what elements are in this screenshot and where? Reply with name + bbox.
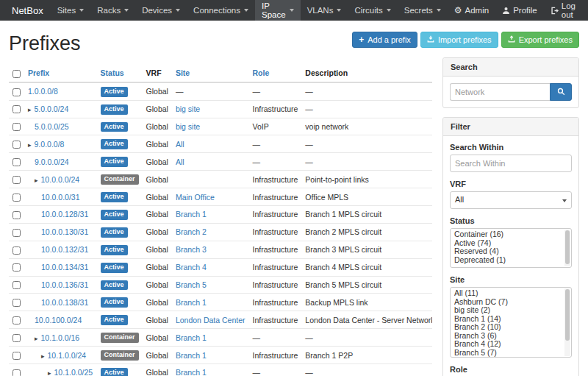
filter-option[interactable]: Branch 3 (6)	[454, 332, 562, 341]
expand-caret-icon[interactable]: ▸	[35, 177, 38, 184]
expand-caret-icon[interactable]: ▸	[28, 141, 32, 149]
site-link[interactable]: Branch 1	[176, 368, 207, 376]
profile-link[interactable]: Profile	[495, 0, 544, 21]
role-cell: —	[249, 82, 302, 100]
site-link[interactable]: Branch 2	[176, 227, 207, 236]
site-link[interactable]: London Data Center	[176, 316, 245, 324]
site-link[interactable]: Branch 1	[176, 333, 207, 342]
expand-caret-icon[interactable]: ▸	[35, 335, 38, 342]
expand-caret-icon[interactable]: ▸	[41, 352, 45, 360]
expand-caret-icon[interactable]: ▸	[28, 106, 32, 113]
prefix-link[interactable]: 10.0.0.136/31	[41, 280, 88, 289]
prefix-link[interactable]: 10.0.0.134/31	[41, 263, 88, 272]
site-link[interactable]: Branch 1	[176, 210, 207, 219]
filter-option[interactable]: Deprecated (1)	[454, 256, 562, 265]
prefix-link[interactable]: 9.0.0.0/24	[35, 157, 69, 166]
sort-link[interactable]: Prefix	[28, 68, 49, 77]
prefix-link[interactable]: 5.0.0.0/24	[35, 104, 69, 113]
search-within-input[interactable]	[450, 155, 572, 172]
sort-link[interactable]: Status	[101, 68, 124, 77]
row-checkbox[interactable]	[12, 123, 21, 131]
scrollbar[interactable]	[564, 288, 570, 356]
search-input[interactable]	[450, 83, 550, 101]
site-link[interactable]: big site	[176, 122, 200, 131]
role-cell: —	[249, 363, 302, 376]
filter-option[interactable]: Container (16)	[454, 230, 562, 239]
row-checkbox[interactable]	[12, 194, 21, 202]
filter-option[interactable]: Active (74)	[454, 239, 562, 248]
sort-link[interactable]: Role	[253, 68, 270, 77]
add-prefix-button[interactable]: + Add a prefix	[352, 32, 417, 48]
row-checkbox[interactable]	[12, 316, 21, 324]
prefix-link[interactable]: 5.0.0.0/25	[35, 122, 69, 131]
row-checkbox[interactable]	[12, 176, 21, 184]
brand-logo[interactable]: NetBox	[4, 0, 51, 21]
sort-link[interactable]: Site	[176, 68, 190, 77]
prefix-link[interactable]: 10.0.0.138/31	[41, 298, 88, 307]
prefix-link[interactable]: 10.0.100.0/24	[35, 316, 82, 324]
nav-item-vlans[interactable]: VLANs	[301, 0, 348, 21]
row-checkbox[interactable]	[12, 158, 21, 166]
prefix-link[interactable]: 10.0.0.0/24	[41, 175, 80, 184]
row-checkbox[interactable]	[12, 299, 21, 307]
row-checkbox[interactable]	[12, 263, 21, 272]
filter-option[interactable]: Branch 2 (10)	[454, 323, 562, 332]
nav-item-ip-space[interactable]: IP Space	[255, 0, 301, 21]
prefix-link[interactable]: 10.1.0.0/25	[54, 368, 93, 376]
description-cell: Branch 5 MPLS circuit	[301, 276, 432, 294]
filter-option[interactable]: Reserved (4)	[454, 247, 562, 256]
filter-option[interactable]: big site (2)	[454, 306, 562, 315]
site-link[interactable]: Branch 5	[176, 280, 207, 289]
row-checkbox[interactable]	[12, 352, 21, 360]
row-checkbox[interactable]	[12, 334, 21, 342]
prefix-link[interactable]: 10.1.0.0/24	[48, 351, 87, 360]
site-link[interactable]: Main Office	[176, 193, 215, 202]
search-button[interactable]	[550, 83, 572, 101]
nav-item-connections[interactable]: Connections	[187, 0, 255, 21]
prefix-link[interactable]: 1.0.0.0/8	[28, 87, 58, 96]
site-link[interactable]: All	[176, 157, 184, 166]
row-checkbox[interactable]	[12, 229, 21, 237]
site-link[interactable]: Branch 3	[176, 245, 207, 254]
row-checkbox[interactable]	[12, 246, 21, 255]
row-checkbox[interactable]	[12, 141, 21, 149]
prefix-link[interactable]: 10.0.0.132/31	[41, 245, 88, 254]
nav-item-sites[interactable]: Sites	[51, 0, 91, 21]
import-prefixes-button[interactable]: Import prefixes	[420, 32, 498, 48]
filter-option[interactable]: Branch 4 (12)	[454, 340, 562, 349]
admin-link[interactable]: ⚙Admin	[448, 0, 495, 21]
prefix-link[interactable]: 10.0.0.130/31	[41, 227, 88, 236]
site-link[interactable]: big site	[176, 104, 200, 113]
row-checkbox[interactable]	[12, 105, 21, 113]
site-link[interactable]: All	[176, 140, 184, 149]
filter-option[interactable]: COLO-1-24 (4)	[454, 357, 562, 358]
prefix-link[interactable]: 10.0.0.128/31	[41, 210, 88, 219]
log-out-link[interactable]: Log out	[544, 0, 584, 21]
export-prefixes-button[interactable]: Export prefixes	[501, 32, 579, 48]
nav-item-secrets[interactable]: Secrets	[398, 0, 448, 21]
nav-item-racks[interactable]: Racks	[90, 0, 135, 21]
status-badge: Active	[101, 139, 128, 149]
status-listbox[interactable]: Container (16)Active (74)Reserved (4)Dep…	[450, 228, 572, 268]
row-checkbox[interactable]	[12, 369, 21, 376]
site-link[interactable]: Branch 4	[176, 263, 207, 272]
filter-option[interactable]: Branch 5 (7)	[454, 349, 562, 358]
row-checkbox[interactable]	[12, 281, 21, 289]
nav-item-circuits[interactable]: Circuits	[348, 0, 397, 21]
row-checkbox[interactable]	[12, 211, 21, 219]
site-link[interactable]: Branch 1	[176, 298, 207, 307]
prefix-link[interactable]: 9.0.0.0/8	[35, 140, 65, 149]
filter-option[interactable]: Ashburn DC (7)	[454, 298, 562, 307]
select-all-checkbox[interactable]	[12, 70, 21, 78]
prefix-link[interactable]: 10.0.0.0/31	[41, 193, 80, 202]
scrollbar[interactable]	[564, 230, 570, 266]
vrf-select[interactable]: All	[450, 191, 572, 209]
row-checkbox[interactable]	[12, 88, 21, 96]
site-listbox[interactable]: All (11)Ashburn DC (7)big site (2)Branch…	[450, 287, 572, 358]
filter-option[interactable]: All (11)	[454, 289, 562, 298]
site-link[interactable]: Branch 1	[176, 351, 207, 360]
expand-caret-icon[interactable]: ▸	[48, 369, 51, 376]
nav-item-devices[interactable]: Devices	[135, 0, 187, 21]
filter-option[interactable]: Branch 1 (14)	[454, 315, 562, 324]
prefix-link[interactable]: 10.1.0.0/16	[41, 333, 80, 342]
